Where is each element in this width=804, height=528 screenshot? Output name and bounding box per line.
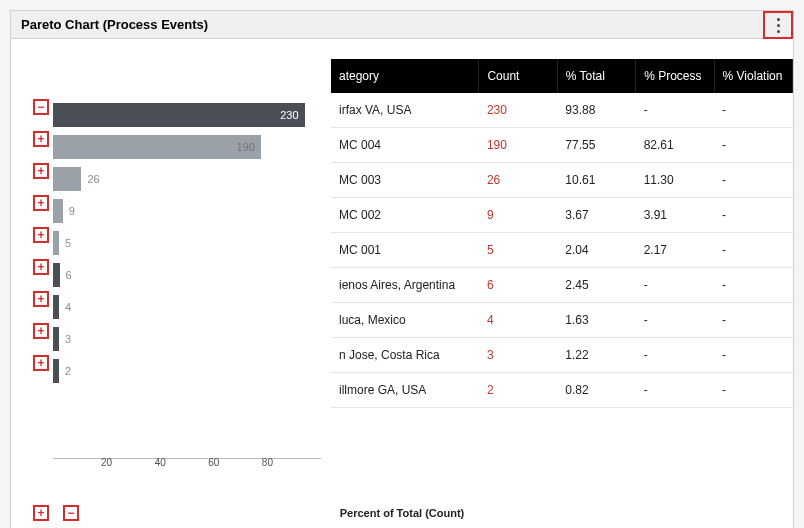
cell-pct-total: 2.45 xyxy=(557,268,635,303)
cell-pct-process: 82.61 xyxy=(636,128,714,163)
bar[interactable] xyxy=(53,263,60,287)
bar-value-label: 5 xyxy=(65,237,71,249)
bar-row: 3 xyxy=(53,323,321,355)
bar[interactable] xyxy=(53,167,81,191)
bar[interactable] xyxy=(53,295,59,319)
x-tick: 80 xyxy=(262,457,273,468)
cell-pct-process: - xyxy=(636,303,714,338)
table-row[interactable]: irfax VA, USA23093.88-- xyxy=(331,93,793,128)
cell-count: 9 xyxy=(479,198,557,233)
table-row[interactable]: MC 0032610.6111.30- xyxy=(331,163,793,198)
bar-row: 26 xyxy=(53,163,321,195)
bar-row: 9 xyxy=(53,195,321,227)
cell-pct-process: 11.30 xyxy=(636,163,714,198)
cell-pct-total: 2.04 xyxy=(557,233,635,268)
cell-pct-violation: - xyxy=(714,373,792,408)
pareto-panel: Pareto Chart (Process Events) −++++++++ … xyxy=(10,10,794,528)
bar[interactable] xyxy=(53,199,63,223)
bar[interactable]: 230 xyxy=(53,103,305,127)
cell-pct-violation: - xyxy=(714,93,792,128)
cell-category: MC 002 xyxy=(331,198,479,233)
cell-category: MC 003 xyxy=(331,163,479,198)
panel-body: −++++++++ 23019026956432 20406080 +− ate… xyxy=(11,39,793,528)
expand-toggle[interactable]: + xyxy=(33,291,49,307)
expand-toggle[interactable]: + xyxy=(33,227,49,243)
expand-toggle[interactable]: + xyxy=(33,131,49,147)
cell-count: 190 xyxy=(479,128,557,163)
expand-column: −++++++++ xyxy=(33,99,49,387)
panel-title-text: Pareto Chart (Process Events) xyxy=(21,17,208,32)
cell-count: 26 xyxy=(479,163,557,198)
expand-toggle[interactable]: + xyxy=(33,163,49,179)
bar-row: 190 xyxy=(53,131,321,163)
cell-pct-violation: - xyxy=(714,198,792,233)
cell-category: n Jose, Costa Rica xyxy=(331,338,479,373)
bar-value-label: 26 xyxy=(87,173,99,185)
expand-toggle[interactable]: + xyxy=(33,355,49,371)
collapse-all-button[interactable]: − xyxy=(63,505,79,521)
x-tick: 20 xyxy=(101,457,112,468)
cell-pct-violation: - xyxy=(714,338,792,373)
table-body: irfax VA, USA23093.88--MC 00419077.5582.… xyxy=(331,93,793,408)
bar-value-label: 3 xyxy=(65,333,71,345)
table-row[interactable]: MC 00152.042.17- xyxy=(331,233,793,268)
col-category[interactable]: ategory xyxy=(331,59,479,93)
cell-pct-violation: - xyxy=(714,163,792,198)
cell-pct-total: 93.88 xyxy=(557,93,635,128)
x-axis: 20406080 xyxy=(53,457,321,477)
bar[interactable]: 190 xyxy=(53,135,261,159)
bar-row: 5 xyxy=(53,227,321,259)
cell-category: illmore GA, USA xyxy=(331,373,479,408)
cell-pct-total: 0.82 xyxy=(557,373,635,408)
cell-pct-total: 10.61 xyxy=(557,163,635,198)
chart-area: −++++++++ 23019026956432 20406080 +− xyxy=(11,39,331,528)
expand-toggle[interactable]: + xyxy=(33,195,49,211)
col-pct-viol[interactable]: % Violation xyxy=(714,59,792,93)
cell-pct-violation: - xyxy=(714,303,792,338)
cell-count: 5 xyxy=(479,233,557,268)
cell-pct-total: 1.63 xyxy=(557,303,635,338)
table-row[interactable]: n Jose, Costa Rica31.22-- xyxy=(331,338,793,373)
col-count[interactable]: Count xyxy=(479,59,557,93)
bar-value-label: 4 xyxy=(65,301,71,313)
bar[interactable] xyxy=(53,327,59,351)
table-row[interactable]: MC 00419077.5582.61- xyxy=(331,128,793,163)
x-axis-title: Percent of Total (Count) xyxy=(340,507,464,519)
bar[interactable] xyxy=(53,359,59,383)
cell-pct-violation: - xyxy=(714,268,792,303)
data-table: ategory Count % Total % Process % Violat… xyxy=(331,59,793,408)
cell-pct-violation: - xyxy=(714,128,792,163)
bar-value-label: 9 xyxy=(69,205,75,217)
kebab-menu-button[interactable] xyxy=(763,11,793,39)
footer-buttons: +− xyxy=(33,505,79,521)
cell-pct-process: 2.17 xyxy=(636,233,714,268)
x-tick: 60 xyxy=(208,457,219,468)
table-row[interactable]: illmore GA, USA20.82-- xyxy=(331,373,793,408)
bar-row: 2 xyxy=(53,355,321,387)
cell-count: 230 xyxy=(479,93,557,128)
table-wrap: ategory Count % Total % Process % Violat… xyxy=(331,39,793,528)
cell-count: 2 xyxy=(479,373,557,408)
cell-category: irfax VA, USA xyxy=(331,93,479,128)
cell-pct-total: 77.55 xyxy=(557,128,635,163)
table-row[interactable]: MC 00293.673.91- xyxy=(331,198,793,233)
cell-count: 4 xyxy=(479,303,557,338)
table-row[interactable]: ienos Aires, Argentina62.45-- xyxy=(331,268,793,303)
cell-pct-process: - xyxy=(636,268,714,303)
bar-container: 23019026956432 xyxy=(53,99,321,459)
cell-pct-process: - xyxy=(636,373,714,408)
col-pct-proc[interactable]: % Process xyxy=(636,59,714,93)
bar[interactable] xyxy=(53,231,59,255)
cell-category: MC 004 xyxy=(331,128,479,163)
bar-value-label: 2 xyxy=(65,365,71,377)
bar-row: 230 xyxy=(53,99,321,131)
expand-toggle[interactable]: − xyxy=(33,99,49,115)
table-row[interactable]: luca, Mexico41.63-- xyxy=(331,303,793,338)
expand-toggle[interactable]: + xyxy=(33,259,49,275)
cell-count: 3 xyxy=(479,338,557,373)
cell-pct-total: 1.22 xyxy=(557,338,635,373)
expand-toggle[interactable]: + xyxy=(33,323,49,339)
cell-pct-total: 3.67 xyxy=(557,198,635,233)
expand-all-button[interactable]: + xyxy=(33,505,49,521)
col-pct-total[interactable]: % Total xyxy=(557,59,635,93)
